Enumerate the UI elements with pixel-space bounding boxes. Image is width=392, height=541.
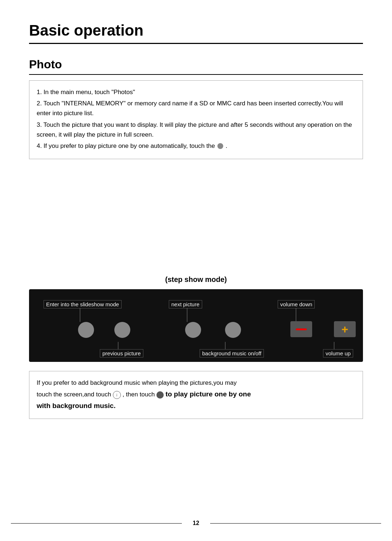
- slideshow-button[interactable]: [78, 322, 94, 338]
- connector-vdown: [296, 308, 296, 321]
- page-footer: 12: [0, 520, 392, 526]
- slideshow-label: Enter into the slideshow mode: [44, 300, 122, 308]
- note-box: If you prefer to add background music wh…: [29, 371, 363, 419]
- instruction-item-4-post: .: [226, 142, 228, 149]
- page-number: 12: [193, 520, 199, 526]
- volume-down-button[interactable]: [290, 321, 312, 337]
- volume-up-button[interactable]: [334, 321, 356, 337]
- slideshow-diagram: Enter into the slideshow mode next pictu…: [29, 289, 363, 362]
- note-line2-pre: touch the screen,and touch: [37, 391, 111, 398]
- circle-number-icon: i: [113, 391, 121, 399]
- footer-line-left: [11, 523, 182, 524]
- page-container: Basic operation Photo 1. In the main men…: [0, 0, 392, 541]
- note-line1: If you prefer to add background music wh…: [37, 378, 355, 388]
- previous-picture-label: previous picture: [100, 349, 143, 358]
- volume-down-label: volume down: [278, 300, 315, 308]
- bg-music-label: background music on/off: [200, 349, 264, 358]
- note-line2-mid: , then touch: [123, 391, 155, 398]
- volume-up-label: volume up: [323, 349, 353, 358]
- instruction-box: 1. In the main menu, touch "Photos" 2. T…: [29, 80, 363, 159]
- connector-vup: [334, 342, 334, 349]
- next-picture-label: next picture: [169, 300, 202, 308]
- section-title: Photo: [29, 58, 363, 75]
- step-show-mode-label: (step show mode): [29, 275, 363, 284]
- note-line3: with background music.: [37, 400, 355, 412]
- bg-music-button[interactable]: [225, 322, 241, 338]
- connector-next: [187, 308, 187, 322]
- note-line2: touch the screen,and touch i , then touc…: [37, 388, 355, 400]
- footer-line-right: [210, 523, 381, 524]
- connector-slideshow: [80, 308, 80, 322]
- circle-filled-icon: [156, 391, 164, 399]
- note-line1-text: If you prefer to add background music wh…: [37, 379, 237, 386]
- note-line2-post: to play picture one by one: [166, 390, 251, 398]
- instruction-item-4-pre: 4. If you prefer to play picture one by …: [37, 142, 215, 149]
- instruction-item-4: 4. If you prefer to play picture one by …: [37, 141, 355, 151]
- diagram-inner: Enter into the slideshow mode next pictu…: [44, 300, 348, 347]
- circle-button-icon: [217, 143, 223, 149]
- instruction-item-3: 3. Touch the picture that you want to di…: [37, 120, 355, 140]
- previous-picture-button[interactable]: [114, 322, 130, 338]
- instruction-item-2: 2. Touch "INTERNAL MEMORY" or memory car…: [37, 98, 355, 118]
- main-title: Basic operation: [29, 22, 363, 44]
- next-picture-button[interactable]: [185, 322, 201, 338]
- connector-prev: [118, 342, 118, 349]
- connector-bgmusic: [225, 342, 225, 349]
- instruction-item-1: 1. In the main menu, touch "Photos": [37, 87, 355, 97]
